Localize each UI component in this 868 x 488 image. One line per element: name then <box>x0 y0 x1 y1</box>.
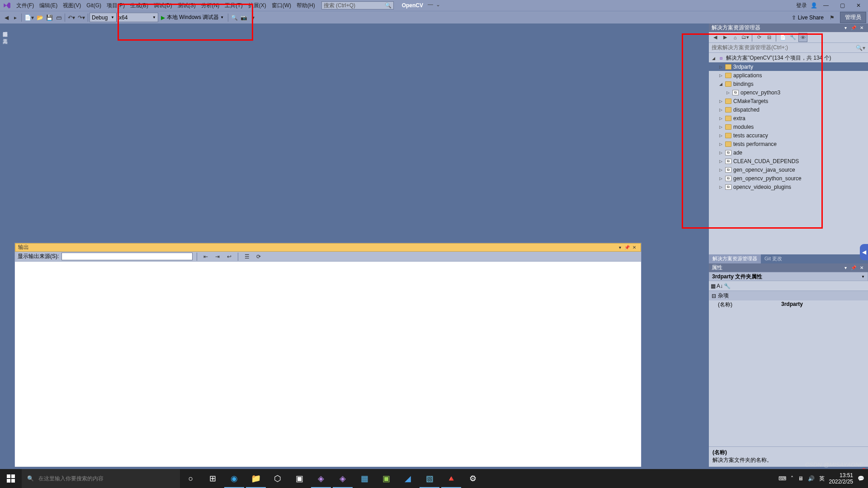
expander-icon[interactable]: ▷ <box>718 133 723 138</box>
photos-icon[interactable]: ▧ <box>419 469 440 488</box>
menu-analyze[interactable]: 分析(N) <box>198 1 222 10</box>
settings-icon[interactable]: ⚙ <box>462 469 484 488</box>
expander-icon[interactable]: ▷ <box>725 90 731 95</box>
start-debug-button[interactable]: ▶本地 Windows 调试器▼ <box>158 13 226 23</box>
expander-icon[interactable]: ▷ <box>718 167 723 173</box>
toolbox-tab[interactable]: 工具箱 <box>1 33 9 37</box>
props-pin-button[interactable]: 📌 <box>850 264 857 272</box>
overflow-button[interactable]: ▾ <box>249 13 258 23</box>
props-wrench-button[interactable]: 🔧 <box>724 283 731 289</box>
menu-edit[interactable]: 编辑(E) <box>37 1 60 10</box>
indent-right-button[interactable]: ⇥ <box>213 252 222 262</box>
tree-item-opencv_python3[interactable]: ▷⧉opencv_python3 <box>709 88 868 97</box>
feedback-side-tab[interactable]: ◀ <box>860 244 868 260</box>
props-categorized-button[interactable]: ▦ <box>711 283 716 289</box>
tree-item-CMakeTargets[interactable]: ▷CMakeTargets <box>709 97 868 105</box>
solution-tree[interactable]: ◢ ⧈ 解决方案"OpenCV"(134 个项目，共 134 个) ▷3rdpa… <box>709 53 868 254</box>
tray-notifications-icon[interactable]: 💬 <box>858 475 864 482</box>
app1-icon[interactable]: ▦ <box>354 469 375 488</box>
output-body[interactable] <box>15 262 641 471</box>
menu-test[interactable]: 测试(S) <box>175 1 198 10</box>
sol-home-button[interactable]: ⌂ <box>731 33 740 42</box>
vs2-task-icon[interactable]: ◈ <box>332 469 354 488</box>
server-explorer-tab[interactable]: 服务器资源管理器 <box>1 26 9 30</box>
menu-git[interactable]: Git(G) <box>84 1 104 9</box>
tray-clock[interactable]: 13:51 2022/2/25 <box>829 472 853 485</box>
solution-dropdown-button[interactable]: ▾ <box>842 24 849 32</box>
maximize-button[interactable]: ▢ <box>835 0 850 10</box>
menu-tools[interactable]: 工具(T) <box>222 1 245 10</box>
sol-switch-view-button[interactable]: 🗂▾ <box>741 33 750 42</box>
tree-item-gen_opencv_python_source[interactable]: ▷⧉gen_opencv_python_source <box>709 174 868 183</box>
output-close-button[interactable]: ✕ <box>631 244 638 251</box>
expander-icon[interactable]: ▷ <box>718 107 723 113</box>
login-button[interactable]: 登录 <box>793 1 810 10</box>
tray-volume-icon[interactable]: 🔊 <box>808 475 815 482</box>
properties-header[interactable]: 属性 ▾ 📌 ✕ <box>709 263 868 272</box>
props-close-button[interactable]: ✕ <box>858 264 865 272</box>
feedback-button[interactable]: ⚑ <box>827 13 836 23</box>
props-grid[interactable]: ⊟杂项 (名称) 3rdparty <box>709 291 868 446</box>
props-category[interactable]: ⊟杂项 <box>709 291 868 300</box>
explorer-icon[interactable]: 📁 <box>245 469 267 488</box>
tray-keyboard-icon[interactable]: ⌨ <box>778 475 786 482</box>
nav-fwd-button[interactable]: ▸ <box>11 13 20 23</box>
expander-icon[interactable]: ▷ <box>718 64 723 70</box>
open-file-button[interactable]: 📂 <box>35 13 45 23</box>
expander-icon[interactable]: ▷ <box>718 73 723 78</box>
solution-header[interactable]: 解决方案资源管理器 ▾ 📌 ✕ <box>709 23 868 32</box>
sol-collapse-button[interactable]: ⊟ <box>764 33 774 42</box>
edge-icon[interactable]: ◉ <box>223 469 245 488</box>
output-header[interactable]: 输出 ▾ 📌 ✕ <box>15 243 641 252</box>
expander-icon[interactable]: ▷ <box>718 150 723 155</box>
pycharm-icon[interactable]: ▣ <box>375 469 397 488</box>
cortana-icon[interactable]: ○ <box>180 469 202 488</box>
props-row-name[interactable]: (名称) 3rdparty <box>709 300 868 309</box>
expander-icon[interactable]: ▷ <box>718 141 723 147</box>
word-wrap-button[interactable]: ↩ <box>225 252 234 262</box>
output-dropdown-button[interactable]: ▾ <box>616 244 623 251</box>
tree-item-tests-accuracy[interactable]: ▷tests accuracy <box>709 131 868 140</box>
hex-app-icon[interactable]: ⬡ <box>267 469 288 488</box>
sol-back-button[interactable]: ◀ <box>711 33 720 42</box>
tree-item-modules[interactable]: ▷modules <box>709 122 868 131</box>
tree-item-applications[interactable]: ▷applications <box>709 71 868 80</box>
tree-item-bindings[interactable]: ◢bindings <box>709 80 868 88</box>
platform-combo[interactable]: x64▼ <box>117 13 158 22</box>
props-dropdown-button[interactable]: ▾ <box>842 264 849 272</box>
props-alpha-button[interactable]: A↓ <box>717 283 723 289</box>
config-combo[interactable]: Debug▼ <box>90 13 117 22</box>
tree-item-dispatched[interactable]: ▷dispatched <box>709 105 868 114</box>
minimize-button[interactable]: — <box>818 0 834 10</box>
tray-network-icon[interactable]: 🖥 <box>798 475 803 482</box>
cmake-icon[interactable]: 🔺 <box>440 469 462 488</box>
taskbar-search-input[interactable]: 🔍 在这里输入你要搜索的内容 <box>22 469 180 488</box>
tree-item-opencv_videoio_plugins[interactable]: ▷⧉opencv_videoio_plugins <box>709 183 868 191</box>
output-source-combo[interactable] <box>61 253 193 260</box>
expander-icon[interactable]: ▷ <box>718 124 723 130</box>
tree-item-CLEAN_CUDA_DEPENDS[interactable]: ▷⧉CLEAN_CUDA_DEPENDS <box>709 157 868 165</box>
tab-solution-explorer[interactable]: 解决方案资源管理器 <box>709 254 761 263</box>
expander-icon[interactable]: ▷ <box>718 176 723 181</box>
dash-icon[interactable]: — <box>428 1 433 8</box>
indent-left-button[interactable]: ⇤ <box>201 252 210 262</box>
taskview-icon[interactable]: ⊞ <box>202 469 223 488</box>
tab-git-changes[interactable]: Git 更改 <box>761 254 786 263</box>
expander-icon[interactable]: ◢ <box>711 56 716 61</box>
menu-project[interactable]: 项目(P) <box>104 1 127 10</box>
expander-icon[interactable]: ▷ <box>718 159 723 164</box>
tray-up-icon[interactable]: ˄ <box>791 475 793 482</box>
redo-button[interactable]: ↷▾ <box>76 13 86 23</box>
find-in-files-button[interactable]: 🔍 <box>230 13 239 23</box>
tray-ime[interactable]: 英 <box>819 475 825 483</box>
sol-show-all-button[interactable]: 📄 <box>778 33 788 42</box>
screenshot-button[interactable]: 📷 <box>239 13 249 23</box>
tree-item-ade[interactable]: ▷⧉ade <box>709 148 868 157</box>
new-file-button[interactable]: 📄▾ <box>23 13 35 23</box>
sol-fwd-button[interactable]: ▶ <box>721 33 730 42</box>
clear-output-button[interactable]: ☰ <box>242 252 251 262</box>
tree-item-tests-performance[interactable]: ▷tests performance <box>709 140 868 148</box>
tree-item-extra[interactable]: ▷extra <box>709 114 868 122</box>
solution-pin-button[interactable]: 📌 <box>850 24 857 32</box>
global-search-input[interactable]: 搜索 (Ctrl+Q) 🔍 <box>321 1 394 9</box>
